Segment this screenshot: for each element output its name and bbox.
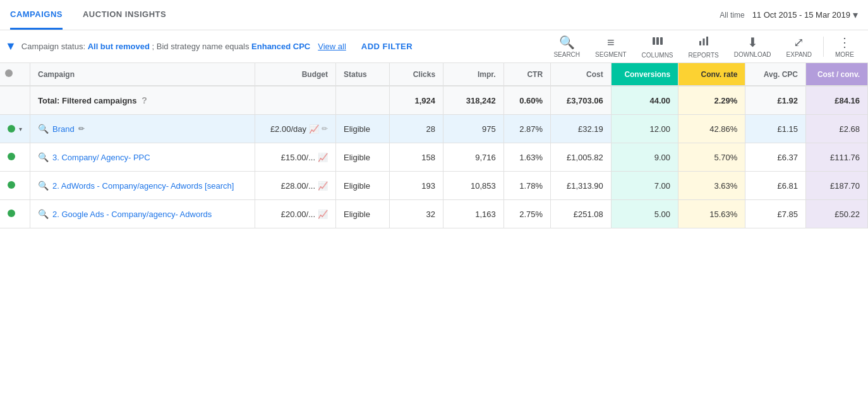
reports-label: REPORTS [689, 52, 719, 59]
cost-conv-column-header[interactable]: Cost / conv. [806, 63, 868, 86]
adwords-magnifier-icon[interactable]: 🔍 [38, 180, 49, 191]
filter-bar: ▼ Campaign status: All but removed ; Bid… [0, 30, 868, 63]
brand-magnifier-icon[interactable]: 🔍 [38, 124, 49, 134]
cost-column-header[interactable]: Cost [551, 63, 612, 86]
date-dropdown-icon[interactable]: ▾ [853, 9, 858, 21]
filter-left: ▼ Campaign status: All but removed ; Bid… [5, 40, 413, 53]
ppc-campaign-cell: 🔍 3. Company/ Agency- PPC [30, 143, 255, 172]
ppc-campaign-link[interactable]: 3. Company/ Agency- PPC [52, 153, 150, 162]
total-label-cell: Total: Filtered campaigns ? [30, 86, 255, 115]
campaign-column-header[interactable]: Campaign [30, 63, 255, 86]
adwords-budget-cell: £28.00/... 📈 [255, 172, 336, 200]
adwords-budget-chart-icon[interactable]: 📈 [318, 181, 328, 191]
total-impr-cell: 318,242 [443, 86, 504, 115]
ppc-conversions-cell: 9.00 [611, 143, 678, 172]
ppc-impr-cell: 9,716 [443, 143, 504, 172]
adwords-status-dot [8, 181, 15, 189]
brand-checkbox-cell[interactable]: ▾ [0, 115, 30, 143]
budget-column-header[interactable]: Budget [255, 63, 336, 86]
total-ctr-cell: 0.60% [503, 86, 550, 115]
google-ads-ctr-cell: 2.75% [503, 200, 550, 228]
ppc-budget-chart-icon[interactable]: 📈 [318, 153, 328, 162]
svg-rect-4 [702, 38, 704, 45]
adwords-campaign-link[interactable]: 2. AdWords - Company/agency- Adwords [se… [52, 181, 234, 191]
reports-icon [697, 35, 710, 50]
search-toolbar-button[interactable]: 🔍 SEARCH [547, 32, 586, 61]
brand-budget-edit-icon[interactable]: ✏ [322, 124, 328, 133]
ppc-magnifier-icon[interactable]: 🔍 [38, 152, 49, 162]
google-ads-conv-rate-cell: 15.63% [678, 200, 745, 228]
filter-value-2[interactable]: Enhanced CPC [251, 42, 310, 51]
brand-cost-conv-cell: £2.68 [806, 115, 868, 143]
brand-expand-btn[interactable]: ▾ [19, 126, 22, 133]
expand-label: EXPAND [787, 51, 812, 58]
brand-budget-chart-icon[interactable]: 📈 [309, 124, 319, 134]
more-icon: ⋮ [838, 35, 851, 50]
toolbar-divider [823, 37, 824, 57]
avg-cpc-column-header[interactable]: Avg. CPC [745, 63, 806, 86]
total-info-icon[interactable]: ? [142, 95, 147, 105]
gray-dot-header [5, 69, 13, 77]
svg-rect-3 [699, 41, 701, 45]
google-ads-budget-cell: £20.00/... 📈 [255, 200, 336, 228]
expand-toolbar-button[interactable]: ⤢ EXPAND [780, 32, 818, 61]
more-toolbar-button[interactable]: ⋮ MORE [829, 32, 860, 61]
columns-toolbar-button[interactable]: COLUMNS [636, 32, 680, 61]
download-toolbar-button[interactable]: ⬇ DOWNLOAD [728, 32, 778, 61]
svg-rect-1 [656, 37, 659, 45]
total-row: Total: Filtered campaigns ? 1,924 318,24… [0, 86, 868, 115]
adwords-conv-rate-cell: 3.63% [678, 172, 745, 200]
top-bar: CAMPAIGNS AUCTION INSIGHTS All time 11 O… [0, 0, 868, 30]
adwords-conversions-cell: 7.00 [611, 172, 678, 200]
adwords-checkbox-cell[interactable] [0, 172, 30, 200]
conversions-column-header[interactable]: Conversions [611, 63, 678, 86]
brand-conv-rate-cell: 42.86% [678, 115, 745, 143]
reports-toolbar-button[interactable]: REPORTS [682, 32, 725, 61]
table-row: 🔍 3. Company/ Agency- PPC £15.00/... 📈 E… [0, 143, 868, 172]
ctr-column-header[interactable]: CTR [503, 63, 550, 86]
google-ads-clicks-cell: 32 [390, 200, 443, 228]
columns-label: COLUMNS [642, 52, 673, 59]
total-cost-cell: £3,703.06 [551, 86, 612, 115]
brand-edit-icon[interactable]: ✏ [78, 124, 85, 133]
brand-campaign-link[interactable]: Brand [52, 124, 75, 134]
campaigns-table-wrapper: Campaign Budget Status Clicks Impr. CTR [0, 63, 868, 228]
google-ads-campaign-link[interactable]: 2. Google Ads - Company/agency- Adwords [52, 210, 212, 219]
google-ads-cost-conv-cell: £50.22 [806, 200, 868, 228]
status-column-header[interactable]: Status [336, 63, 390, 86]
adwords-cost-conv-cell: £187.70 [806, 172, 868, 200]
filter-value-1[interactable]: All but removed [88, 42, 150, 51]
brand-budget-cell: £2.00/day 📈 ✏ [255, 115, 336, 143]
nav-tabs: CAMPAIGNS AUCTION INSIGHTS [10, 1, 166, 30]
google-ads-checkbox-cell[interactable] [0, 200, 30, 228]
ppc-checkbox-cell[interactable] [0, 143, 30, 172]
total-conv-rate-cell: 2.29% [678, 86, 745, 115]
expand-icon: ⤢ [793, 35, 804, 50]
brand-clicks-cell: 28 [390, 115, 443, 143]
total-conversions-cell: 44.00 [611, 86, 678, 115]
ppc-ctr-cell: 1.63% [503, 143, 550, 172]
ppc-status-cell: Eligible [336, 143, 390, 172]
conv-rate-column-header[interactable]: Conv. rate [678, 63, 745, 86]
add-filter-button[interactable]: ADD FILTER [361, 42, 413, 51]
google-ads-campaign-cell: 🔍 2. Google Ads - Company/agency- Adword… [30, 200, 255, 228]
tab-campaigns[interactable]: CAMPAIGNS [10, 1, 63, 30]
segment-label: SEGMENT [595, 51, 626, 58]
select-all-checkbox-header[interactable] [0, 63, 30, 86]
google-ads-cost-cell: £251.08 [551, 200, 612, 228]
table-header-row: Campaign Budget Status Clicks Impr. CTR [0, 63, 868, 86]
tab-auction-insights[interactable]: AUCTION INSIGHTS [83, 1, 166, 30]
adwords-clicks-cell: 193 [390, 172, 443, 200]
google-ads-status-dot [8, 210, 15, 217]
segment-toolbar-button[interactable]: ≡ SEGMENT [589, 33, 632, 61]
date-prefix: All time [720, 11, 744, 20]
google-ads-magnifier-icon[interactable]: 🔍 [38, 209, 49, 219]
total-budget-cell [255, 86, 336, 115]
adwords-impr-cell: 10,853 [443, 172, 504, 200]
view-all-link[interactable]: View all [318, 42, 346, 51]
brand-conversions-cell: 12.00 [611, 115, 678, 143]
clicks-column-header[interactable]: Clicks [390, 63, 443, 86]
impr-column-header[interactable]: Impr. [443, 63, 504, 86]
ppc-conv-rate-cell: 5.70% [678, 143, 745, 172]
google-ads-avg-cpc-cell: £7.85 [745, 200, 806, 228]
